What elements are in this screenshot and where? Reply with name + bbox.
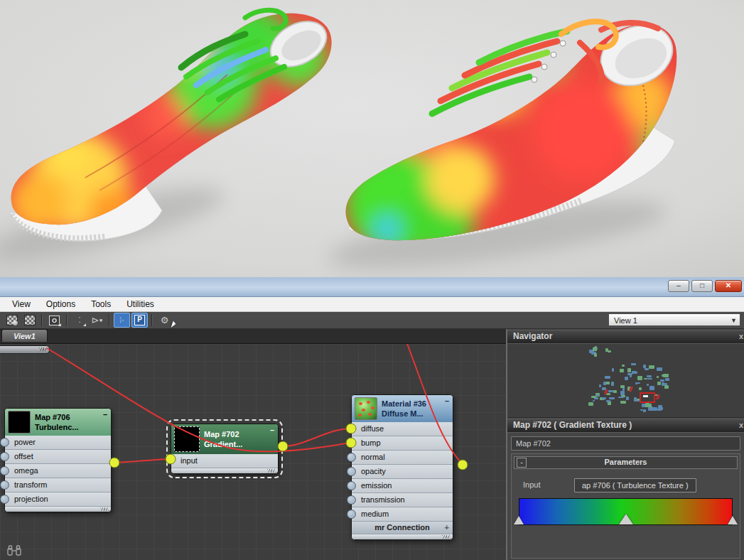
port-input[interactable]: input — [171, 454, 278, 468]
node-resize-handle[interactable] — [352, 534, 453, 539]
gradient-ramp[interactable] — [519, 498, 733, 525]
node-map706-thumbnail[interactable] — [8, 411, 31, 434]
input-socket-icon[interactable] — [0, 438, 9, 447]
minimap-node — [602, 397, 607, 399]
menu-bar: View Options Tools Utilities — [0, 297, 744, 312]
close-icon[interactable]: x — [739, 330, 743, 343]
minimap-node — [609, 397, 615, 399]
material-sphere-icon — [13, 321, 18, 325]
minimap-node — [649, 386, 654, 390]
node-map706[interactable]: Map #706Turbulenc... – power offset omeg… — [4, 408, 112, 512]
input-socket-icon[interactable] — [347, 495, 356, 505]
port-normal[interactable]: normal — [352, 451, 453, 465]
port-diffuse[interactable]: diffuse — [352, 422, 453, 436]
minimap-node — [626, 397, 629, 400]
pick-material-button[interactable]: O — [46, 313, 63, 328]
minimap-node — [613, 390, 617, 393]
minimap-node — [605, 348, 608, 351]
parameters-rollout-header[interactable]: - Parameters — [514, 456, 738, 469]
hide-unused-slots-button[interactable]: ⊳▪ — [89, 313, 105, 328]
output-socket-map702 — [278, 441, 288, 451]
port-projection[interactable]: projection — [5, 492, 111, 507]
menu-utilities[interactable]: Utilities — [119, 298, 162, 311]
port-transmission[interactable]: transmission — [352, 493, 453, 507]
gradient-flag-left[interactable] — [514, 516, 524, 524]
navigator-header[interactable]: Navigator x — [507, 330, 744, 344]
arrow-slots-icon: ⊳▪ — [92, 315, 103, 325]
node-material36[interactable]: Material #36Diffuse M... – diffuse bump … — [351, 394, 453, 540]
parameter-panel-header[interactable]: Map #702 ( Gradient Texture ) x — [507, 419, 744, 433]
minimize-button[interactable]: – — [668, 280, 689, 292]
show-background-button[interactable] — [21, 313, 38, 328]
minimap-node — [652, 407, 657, 411]
window-titlebar[interactable]: – □ ✕ — [0, 277, 744, 297]
node-collapse-icon[interactable]: – — [270, 426, 274, 434]
node-map702-thumbnail[interactable] — [174, 426, 200, 452]
collapsed-node-bar[interactable] — [0, 345, 50, 354]
minimap-node — [599, 384, 601, 387]
dots-icon: ⁚ — [78, 316, 80, 325]
node-material36-thumbnail[interactable] — [355, 397, 377, 420]
minimap-node — [622, 365, 625, 367]
material-editor-window: – □ ✕ View Options Tools Utilities O ⁚ ⊳… — [0, 277, 744, 560]
input-socket-icon[interactable] — [0, 466, 9, 475]
wire-706-to-input — [114, 459, 169, 463]
port-medium[interactable]: medium — [352, 507, 453, 522]
input-map-button[interactable]: ap #706 ( Turbulence Texture ) — [574, 478, 696, 492]
render-map-button[interactable]: ⚙ — [156, 313, 173, 328]
collapse-icon[interactable]: - — [517, 458, 527, 468]
minimap-view-rectangle[interactable] — [640, 392, 655, 403]
mr-connection-row[interactable]: mr Connection+ — [352, 522, 453, 534]
node-tree-icon: ⁞◦ — [119, 316, 124, 324]
menu-tools[interactable]: Tools — [83, 298, 119, 311]
port-omega[interactable]: omega — [5, 464, 111, 478]
input-socket-icon[interactable] — [0, 495, 9, 504]
input-socket-icon[interactable] — [0, 480, 9, 490]
minimap-node — [639, 387, 642, 391]
node-map702-selected[interactable]: Map #702Gradient... – input — [171, 424, 279, 474]
layout-mode-button[interactable]: ⁚ — [71, 313, 87, 328]
input-socket-icon[interactable] — [0, 452, 9, 461]
search-binoculars-icon[interactable] — [7, 544, 21, 556]
minimap-node — [620, 385, 625, 388]
minimap-node — [635, 382, 638, 385]
show-parameter-panel-button[interactable]: P — [131, 313, 148, 328]
node-collapse-icon[interactable]: – — [445, 397, 449, 405]
menu-options[interactable]: Options — [38, 298, 83, 311]
node-canvas[interactable]: Map #706Turbulenc... – power offset omeg… — [0, 344, 506, 560]
port-power[interactable]: power — [5, 436, 111, 450]
input-label: Input — [523, 480, 540, 489]
minimap-node — [662, 375, 667, 377]
gradient-flag-middle[interactable] — [619, 514, 633, 524]
wire-702-to-diffuse — [283, 429, 350, 446]
port-bump[interactable]: bump — [352, 436, 453, 451]
show-material-preview-button[interactable] — [4, 313, 20, 328]
minimap-node — [660, 407, 663, 411]
panel-p-icon: P — [134, 315, 145, 325]
plus-icon[interactable]: + — [445, 522, 449, 534]
node-resize-handle[interactable] — [5, 507, 111, 512]
input-socket-icon[interactable] — [347, 467, 356, 476]
input-socket-icon[interactable] — [347, 481, 356, 490]
input-socket-icon[interactable] — [347, 453, 356, 462]
port-offset[interactable]: offset — [5, 450, 111, 464]
port-emission[interactable]: emission — [352, 479, 453, 493]
render-viewport[interactable] — [0, 0, 744, 277]
node-resize-handle[interactable] — [171, 468, 278, 473]
tab-view1[interactable]: View1 — [1, 329, 48, 342]
minimap-node — [603, 382, 607, 385]
close-icon[interactable]: x — [739, 419, 743, 431]
minimap-node — [605, 376, 610, 379]
material-name-field[interactable]: Map #702 — [511, 436, 740, 451]
view-selector-dropdown[interactable]: View 1▼ — [608, 313, 740, 326]
input-socket-icon[interactable] — [347, 510, 356, 519]
navigator-minimap[interactable] — [507, 344, 744, 418]
close-button[interactable]: ✕ — [715, 280, 742, 292]
port-opacity[interactable]: opacity — [352, 465, 453, 479]
maximize-button[interactable]: □ — [691, 280, 713, 292]
port-transform[interactable]: transform — [5, 478, 111, 492]
show-children-button[interactable]: ⁞◦ — [114, 313, 130, 328]
gradient-flag-right[interactable] — [728, 516, 738, 524]
node-collapse-icon[interactable]: – — [103, 410, 107, 419]
menu-view[interactable]: View — [4, 298, 38, 311]
